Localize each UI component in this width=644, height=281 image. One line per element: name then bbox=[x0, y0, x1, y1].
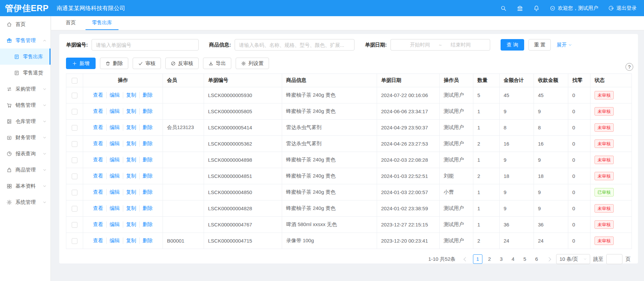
page-button-2[interactable]: 2 bbox=[485, 254, 494, 264]
row-checkbox[interactable] bbox=[72, 157, 77, 163]
action-link-删除[interactable]: 删除 bbox=[139, 124, 156, 131]
action-link-编辑[interactable]: 编辑 bbox=[106, 205, 123, 212]
action-link-复制[interactable]: 复制 bbox=[123, 157, 139, 163]
top-header: 管伊佳ERP 南通某某网络科技有限公司 欢迎您，测试用户 退出登录 bbox=[0, 0, 644, 16]
action-link-复制[interactable]: 复制 bbox=[123, 238, 139, 244]
row-checkbox[interactable] bbox=[72, 238, 77, 244]
action-link-删除[interactable]: 删除 bbox=[139, 108, 156, 115]
action-link-查看[interactable]: 查看 bbox=[90, 189, 106, 195]
action-link-删除[interactable]: 删除 bbox=[139, 92, 156, 98]
export-button[interactable]: 导出 bbox=[203, 58, 231, 69]
action-link-复制[interactable]: 复制 bbox=[123, 108, 139, 115]
row-checkbox[interactable] bbox=[72, 125, 77, 131]
action-link-复制[interactable]: 复制 bbox=[123, 205, 139, 212]
add-button[interactable]: 新增 bbox=[66, 58, 96, 69]
page-button-6[interactable]: 6 bbox=[532, 254, 541, 264]
action-link-复制[interactable]: 复制 bbox=[123, 221, 139, 228]
row-checkbox[interactable] bbox=[72, 141, 77, 147]
action-link-删除[interactable]: 删除 bbox=[139, 157, 156, 163]
action-link-编辑[interactable]: 编辑 bbox=[106, 108, 123, 115]
row-actions: 查看编辑复制删除 bbox=[87, 173, 159, 179]
action-link-查看[interactable]: 查看 bbox=[90, 108, 106, 115]
action-link-查看[interactable]: 查看 bbox=[90, 205, 106, 212]
sidebar-item-label: 销售管理 bbox=[15, 102, 36, 108]
action-link-编辑[interactable]: 编辑 bbox=[106, 221, 123, 228]
next-page-button[interactable] bbox=[544, 254, 553, 264]
action-link-复制[interactable]: 复制 bbox=[123, 189, 139, 195]
cell-operator: 测试用户 bbox=[440, 103, 473, 120]
product-input[interactable] bbox=[235, 39, 354, 51]
page-button-1[interactable]: 1 bbox=[473, 254, 482, 264]
page-button-3[interactable]: 3 bbox=[497, 254, 506, 264]
search-icon[interactable] bbox=[500, 5, 507, 11]
page-button-4[interactable]: 4 bbox=[508, 254, 518, 264]
sidebar-item-零售退货[interactable]: 零售退货 bbox=[0, 65, 50, 81]
row-checkbox[interactable] bbox=[72, 206, 77, 212]
search-button[interactable]: 查 询 bbox=[501, 39, 524, 51]
prev-page-button[interactable] bbox=[461, 254, 470, 264]
row-checkbox[interactable] bbox=[72, 190, 77, 195]
action-link-复制[interactable]: 复制 bbox=[123, 173, 139, 179]
action-link-编辑[interactable]: 编辑 bbox=[106, 173, 123, 179]
action-link-删除[interactable]: 删除 bbox=[139, 189, 156, 195]
expand-link[interactable]: 展开 bbox=[556, 42, 572, 48]
sidebar-item-报表查询[interactable]: 报表查询 bbox=[0, 146, 50, 162]
column-settings-button[interactable]: 列设置 bbox=[236, 58, 269, 69]
bell-icon[interactable] bbox=[533, 5, 540, 11]
select-all-checkbox[interactable] bbox=[72, 78, 77, 84]
page-button-5[interactable]: 5 bbox=[520, 254, 530, 264]
sidebar-item-首页[interactable]: 首页 bbox=[0, 16, 50, 32]
tab-首页[interactable]: 首页 bbox=[59, 16, 82, 30]
bill-no-input[interactable] bbox=[92, 39, 199, 51]
action-link-删除[interactable]: 删除 bbox=[139, 140, 156, 147]
action-link-编辑[interactable]: 编辑 bbox=[106, 92, 123, 98]
row-checkbox[interactable] bbox=[72, 174, 77, 179]
action-link-查看[interactable]: 查看 bbox=[90, 157, 106, 163]
row-checkbox[interactable] bbox=[72, 93, 77, 98]
action-link-删除[interactable]: 删除 bbox=[139, 238, 156, 244]
action-link-复制[interactable]: 复制 bbox=[123, 92, 139, 98]
action-link-编辑[interactable]: 编辑 bbox=[106, 140, 123, 147]
sidebar-item-零售出库[interactable]: 零售出库 bbox=[0, 49, 50, 65]
page-size-select[interactable]: 10 条/页 bbox=[556, 254, 590, 264]
action-link-查看[interactable]: 查看 bbox=[90, 173, 106, 179]
sidebar-item-财务管理[interactable]: 财务管理 bbox=[0, 129, 50, 146]
action-link-删除[interactable]: 删除 bbox=[139, 205, 156, 212]
status-badge: 未审核 bbox=[595, 237, 614, 245]
delete-button[interactable]: 删除 bbox=[100, 58, 128, 69]
action-link-删除[interactable]: 删除 bbox=[139, 173, 156, 179]
unaudit-button[interactable]: 反审核 bbox=[165, 58, 199, 69]
row-checkbox[interactable] bbox=[72, 222, 77, 228]
cell-change: 0 bbox=[568, 103, 590, 120]
reset-button[interactable]: 重 置 bbox=[529, 39, 551, 51]
sidebar-item-采购管理[interactable]: 采购管理 bbox=[0, 81, 50, 97]
tab-零售出库[interactable]: 零售出库 bbox=[86, 16, 118, 30]
action-link-删除[interactable]: 删除 bbox=[139, 221, 156, 228]
action-link-查看[interactable]: 查看 bbox=[90, 124, 106, 131]
date-range-input[interactable]: 开始时间 ~ 结束时间 bbox=[391, 39, 490, 51]
sidebar-item-仓库管理[interactable]: 仓库管理 bbox=[0, 113, 50, 129]
action-link-查看[interactable]: 查看 bbox=[90, 221, 106, 228]
action-link-复制[interactable]: 复制 bbox=[123, 140, 139, 147]
sidebar-item-商品管理[interactable]: 商品管理 bbox=[0, 162, 50, 178]
row-checkbox[interactable] bbox=[72, 109, 77, 115]
action-link-复制[interactable]: 复制 bbox=[123, 124, 139, 131]
sidebar-item-销售管理[interactable]: 销售管理 bbox=[0, 97, 50, 113]
sidebar-item-系统管理[interactable]: 系统管理 bbox=[0, 194, 50, 210]
sidebar-item-基本资料[interactable]: 基本资料 bbox=[0, 178, 50, 194]
action-link-查看[interactable]: 查看 bbox=[90, 140, 106, 147]
action-link-编辑[interactable]: 编辑 bbox=[106, 157, 123, 163]
jump-page-input[interactable] bbox=[606, 254, 622, 264]
action-link-查看[interactable]: 查看 bbox=[90, 92, 106, 98]
cell-qty: 2 bbox=[473, 168, 500, 184]
logout-button[interactable]: 退出登录 bbox=[608, 5, 637, 11]
action-link-查看[interactable]: 查看 bbox=[90, 238, 106, 244]
action-link-编辑[interactable]: 编辑 bbox=[106, 189, 123, 195]
action-link-编辑[interactable]: 编辑 bbox=[106, 238, 123, 244]
action-link-编辑[interactable]: 编辑 bbox=[106, 124, 123, 131]
help-icon[interactable]: ? bbox=[625, 63, 633, 71]
sidebar-item-零售管理[interactable]: 零售管理 bbox=[0, 32, 50, 49]
welcome-user[interactable]: 欢迎您，测试用户 bbox=[550, 5, 598, 11]
bank-icon[interactable] bbox=[517, 5, 523, 11]
audit-button[interactable]: 审核 bbox=[133, 58, 161, 69]
